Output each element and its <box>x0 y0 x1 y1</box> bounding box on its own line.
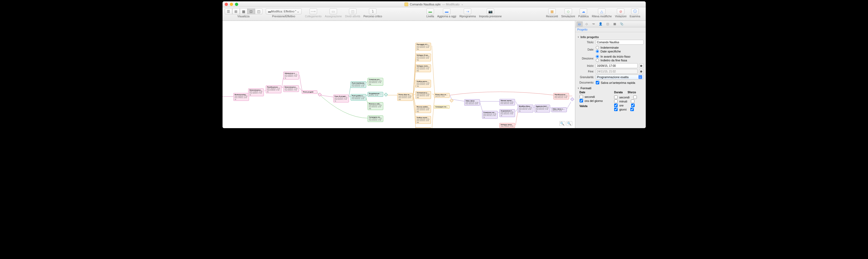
critical-path-label: Percorso critico <box>364 15 382 18</box>
window-controls <box>225 3 238 6</box>
duration-hours-checkbox[interactable] <box>614 104 618 107</box>
view-styles-button[interactable]: ◫ <box>255 8 262 14</box>
task-node[interactable]: Prima slice verticaleInizio 21/10/15, 12… <box>397 93 413 101</box>
reports-button[interactable]: ▦ <box>548 8 556 14</box>
tab-resources-icon[interactable]: 👤 <box>597 21 604 27</box>
milestone-diamond[interactable] <box>384 93 388 96</box>
task-node[interactable]: Ricerca e valutazione s...Inizio 06/10/1… <box>368 102 383 110</box>
zoom-out-button[interactable]: 🔍 <box>559 121 565 126</box>
start-input[interactable] <box>596 63 638 68</box>
task-node[interactable]: Animazione personaggiInizio 21/10/15, 12… <box>415 91 431 99</box>
task-node[interactable]: Video demo completato24/11/15, 12:00 <box>551 107 567 112</box>
critical-path-button[interactable]: ⤵ <box>369 8 376 14</box>
duration-days-checkbox[interactable] <box>614 108 618 111</box>
reschedule-button[interactable]: ⇢ <box>464 8 471 14</box>
task-node[interactable]: Pianificazione per Gam...Inizio 16/11/15… <box>553 93 569 99</box>
task-node[interactable]: Acquisizione filmati du...Inizio 18/11/1… <box>499 109 515 117</box>
task-node[interactable]: Primi progetti <box>302 90 317 94</box>
milestone-diamond[interactable] <box>570 97 574 101</box>
task-node[interactable]: Push grafica conceptInizio 02/10/15, 17:… <box>350 94 366 100</box>
calendar-icon[interactable]: ▦ <box>639 63 644 68</box>
publish-button[interactable]: ☁ <box>580 8 587 14</box>
network-canvas[interactable]: Brainstorming su tem...Inizio 16/09/15, … <box>222 21 575 128</box>
task-node[interactable]: Modifica filmato per te...Inizio 19/11/1… <box>518 105 533 112</box>
tab-milestones-icon[interactable]: ◇ <box>583 21 590 27</box>
catchup-button[interactable]: ▬ <box>443 8 451 14</box>
direction-backward-radio[interactable] <box>596 59 599 62</box>
zoom-in-button[interactable]: 🔍 <box>566 121 572 126</box>
task-node[interactable]: Grafica musica prima areaInizio 09/10/15… <box>415 116 431 124</box>
level-button[interactable]: ▬ <box>427 8 434 14</box>
task-node[interactable]: Creazione progetto in n...Inizio 06/10/1… <box>368 78 383 86</box>
tab-tasks-icon[interactable]: ≔ <box>590 21 597 27</box>
task-node[interactable]: Risorse ambienti prim...Inizio 09/10/15,… <box>415 105 431 113</box>
task-node[interactable]: Creazione concorsi perInizio 19/11/15, 1… <box>482 111 498 119</box>
task-node[interactable]: Pianificazione scen...Inizio 18/09/15, 1… <box>266 85 281 93</box>
reschedule-group: ⇢ Riprogramma <box>459 8 476 18</box>
task-node[interactable]: Fase di progettazioneInizio 01/10/15, 17… <box>333 95 349 103</box>
task-node[interactable]: Prima slice verticale co...16/11/15, 12:… <box>434 93 450 98</box>
task-node[interactable]: Sviluppo tema musicaleInizio 19/09/15, 0… <box>499 123 515 128</box>
view-network-button[interactable]: ⊡ <box>247 8 255 14</box>
duration-seconds-checkbox[interactable] <box>614 95 618 99</box>
duration-minutes-checkbox[interactable] <box>614 99 618 103</box>
dates-indeterminate-radio[interactable] <box>596 46 599 49</box>
task-node[interactable]: Push InterfacciaInizio 02/10/15, 17:00Fi… <box>350 81 366 88</box>
critical-path-group: ⤵ Percorso critico <box>364 8 382 18</box>
dates-specific-radio[interactable] <box>596 50 599 53</box>
task-node[interactable]: Aggiunta titoli a rendi...Inizio 23/11/1… <box>534 105 550 112</box>
minimize-icon[interactable] <box>230 3 233 6</box>
task-node[interactable]: Passaggio di rifinitura t...Inizio 09/10… <box>415 43 431 51</box>
chevron-down-icon[interactable]: ⌄ <box>461 2 463 6</box>
effort-days-checkbox[interactable] <box>630 108 634 111</box>
view-gantt-button[interactable]: ☰ <box>225 8 232 14</box>
forecast-actual-button[interactable]: ▬ Modifica: Effettivo ⌃⌄ <box>266 8 302 14</box>
task-node[interactable]: Slicemi narrazioni stru...Inizio 16/11/1… <box>499 99 515 106</box>
view-resource-button[interactable]: ⊞ <box>232 8 240 14</box>
granularity-select[interactable]: Programmazione esatta⌄ <box>596 75 644 80</box>
task-node[interactable]: Valutazione e selezioneInizio 23/09/15, … <box>283 71 299 80</box>
baseline-button[interactable]: 📷 <box>487 8 494 14</box>
section-formats-header[interactable]: Formati <box>578 87 644 90</box>
task-node[interactable]: Animazione musica perm...Inizio 09/10/15… <box>415 127 431 128</box>
view-group: ☰ ⊞ ▦ ⊡ ◫ Visualizza <box>225 8 262 18</box>
task-node[interactable]: Determinazione dipen...Inizio 30/09/15, … <box>283 85 299 92</box>
zoom-icon[interactable] <box>235 3 238 6</box>
titlebar: Comando Nautilus.oplx — Modificato ⌄ <box>222 1 646 7</box>
quicklook-checkbox[interactable] <box>596 81 599 84</box>
milestone-diamond[interactable] <box>450 99 453 103</box>
task-node[interactable]: Grafica personaggi sche...Inizio 09/10/1… <box>415 80 431 88</box>
section-info-header[interactable]: Info progetto <box>578 35 644 39</box>
milestone-diamond[interactable] <box>318 93 321 96</box>
task-node[interactable]: Video demoInizio 16/11/15, 12:00Fine 19/… <box>464 99 480 106</box>
tab-project-icon[interactable]: 🗂 <box>576 21 583 27</box>
task-node[interactable]: Campagna media fase 1Inizio 28/09/15, 12… <box>368 115 383 122</box>
tab-styles-icon[interactable]: ◫ <box>604 21 611 27</box>
task-node[interactable]: Campagna media fase 2 <box>434 105 450 109</box>
dates-seconds-checkbox[interactable] <box>580 95 583 98</box>
assignment-button[interactable]: ▭ <box>330 8 337 14</box>
task-node[interactable]: Brainstorming su tem...Inizio 16/09/15, … <box>233 93 249 101</box>
task-node[interactable]: Sviluppo motore per co...Inizio 09/10/15… <box>415 64 431 72</box>
split-label: Dividi attività <box>345 15 360 18</box>
tab-custom-icon[interactable]: ▦ <box>612 21 618 27</box>
effort-minutes-checkbox[interactable] <box>631 99 634 103</box>
close-icon[interactable] <box>225 3 228 6</box>
view-calendar-button[interactable]: ▦ <box>240 8 247 14</box>
dates-timeofday-checkbox[interactable] <box>580 99 583 103</box>
connection-button[interactable]: ⟶ <box>310 8 317 14</box>
effort-hours-checkbox[interactable] <box>631 104 635 107</box>
inspect-button[interactable]: ⓘ <box>631 8 639 14</box>
tab-attachments-icon[interactable]: 📎 <box>618 21 625 27</box>
effort-seconds-checkbox[interactable] <box>633 95 637 99</box>
title-input[interactable] <box>596 40 644 45</box>
split-button[interactable]: ◫ <box>349 8 356 14</box>
task-node[interactable]: Sviluppo IA pathfindingInizio 09/10/15, … <box>415 54 431 61</box>
violations-button[interactable]: ⊘ <box>617 8 624 14</box>
direction-forward-radio[interactable] <box>596 55 599 58</box>
changes-button[interactable]: △ <box>598 8 606 14</box>
calendar-icon[interactable]: ▦ <box>639 69 644 74</box>
task-node[interactable]: Progettazione completata09/10/15, 12:00 <box>368 92 383 97</box>
task-node[interactable]: Determinazione politicaInizio 17/09/15, … <box>248 88 264 96</box>
simulations-button[interactable]: ◇ <box>564 8 572 14</box>
